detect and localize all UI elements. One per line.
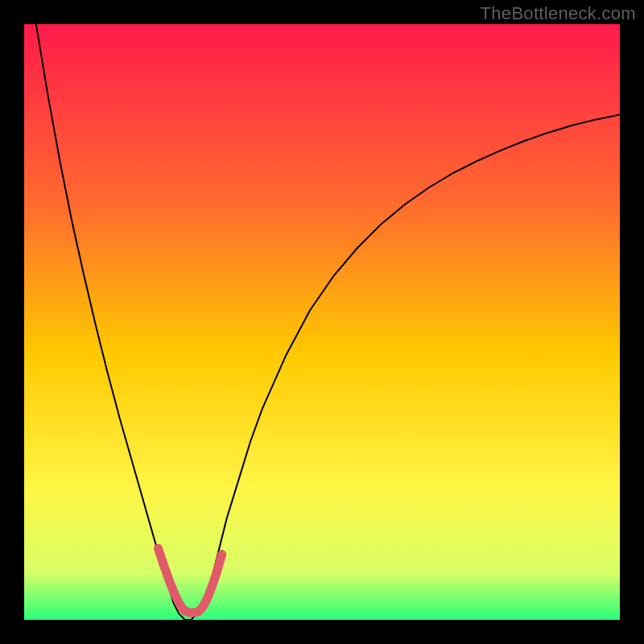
attribution-text: TheBottleneck.com — [481, 3, 636, 24]
plot-area — [24, 24, 620, 620]
chart-svg — [24, 24, 620, 620]
gradient-background — [24, 24, 620, 620]
chart-frame: TheBottleneck.com — [0, 0, 644, 644]
